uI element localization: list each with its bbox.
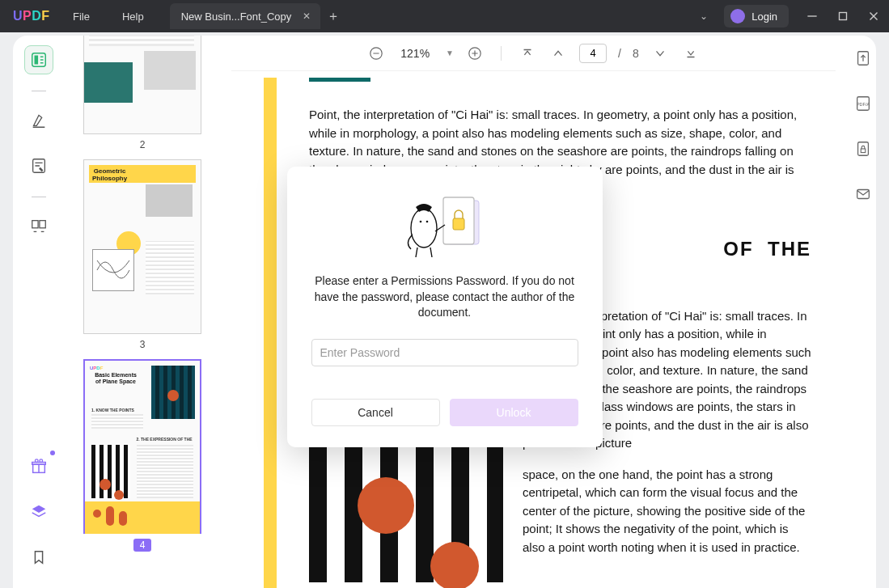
tab-label: New Busin...Font_Copy [181, 11, 292, 23]
svg-point-40 [419, 221, 421, 223]
dialog-message: Please enter a Permissions Password. If … [311, 273, 578, 321]
window-minimize-button[interactable] [797, 0, 828, 32]
svg-rect-38 [453, 218, 464, 230]
menu-file[interactable]: File [57, 11, 106, 23]
app-logo: UPDF [0, 9, 57, 23]
lock-illustration-icon [396, 189, 493, 262]
new-tab-button[interactable]: ＋ [320, 8, 346, 25]
login-button[interactable]: Login [724, 5, 789, 27]
title-bar: UPDF File Help New Busin...Font_Copy ✕ ＋… [0, 0, 889, 32]
window-maximize-button[interactable] [828, 0, 858, 32]
svg-line-42 [416, 247, 417, 257]
svg-rect-1 [840, 13, 847, 20]
svg-point-39 [411, 209, 437, 247]
unlock-button[interactable]: Unlock [450, 399, 578, 426]
password-input[interactable] [311, 339, 578, 366]
menu-help[interactable]: Help [106, 11, 160, 23]
window-close-button[interactable] [858, 0, 889, 32]
main-area: 2 UPDF Geometric Philosophy [0, 32, 889, 588]
login-label: Login [751, 11, 777, 23]
document-tab[interactable]: New Busin...Font_Copy ✕ [170, 3, 321, 29]
modal-overlay: Please enter a Permissions Password. If … [0, 32, 889, 588]
title-dropdown-icon[interactable]: ⌄ [692, 11, 716, 22]
svg-line-43 [430, 247, 432, 257]
cancel-button[interactable]: Cancel [311, 399, 440, 426]
close-tab-icon[interactable]: ✕ [303, 11, 311, 22]
avatar-icon [730, 9, 745, 23]
svg-point-41 [425, 221, 428, 223]
password-dialog: Please enter a Permissions Password. If … [287, 167, 603, 447]
